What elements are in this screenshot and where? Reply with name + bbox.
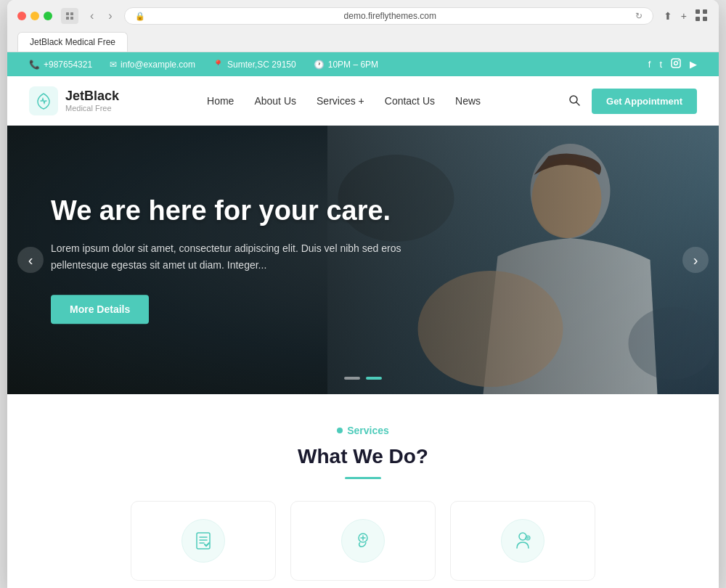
logo-text: JetBlack Medical Free [65, 89, 119, 114]
logo-subtitle: Medical Free [65, 104, 119, 113]
browser-tabs: JetBlack Medical Free [17, 32, 709, 52]
hero-prev-button[interactable]: ‹ [17, 247, 44, 273]
hero-description: Lorem ipsum dolor sit amet, consectetur … [51, 240, 428, 275]
grid-view-button[interactable] [61, 8, 78, 24]
phone-number: +987654321 [44, 60, 92, 70]
hero-dots [344, 377, 382, 380]
svg-rect-7 [703, 17, 707, 21]
services-divider [345, 477, 381, 479]
active-tab[interactable]: JetBlack Medical Free [17, 32, 128, 52]
phone-icon: 📞 [29, 60, 40, 70]
instagram-icon[interactable] [671, 58, 681, 70]
services-label-dot [337, 428, 343, 433]
svg-rect-6 [696, 17, 700, 21]
svg-rect-5 [703, 9, 707, 14]
svg-rect-2 [66, 17, 69, 20]
nav-services[interactable]: Services + [317, 95, 364, 107]
window-controls [17, 12, 52, 20]
top-bar: 📞 +987654321 ✉ info@example.com 📍 Sumter… [7, 52, 719, 76]
hero-dot-1[interactable] [344, 377, 360, 380]
maximize-dot[interactable] [44, 12, 52, 20]
services-title: What We Do? [29, 445, 697, 468]
services-label-text: Services [347, 425, 389, 436]
nav-news[interactable]: News [455, 95, 481, 107]
nav-about[interactable]: About Us [254, 95, 296, 107]
twitter-icon[interactable]: t [659, 59, 662, 70]
hero-title: We are here for your care. [51, 195, 428, 227]
service-card-3[interactable] [450, 501, 595, 581]
hours-item: 🕐 10PM – 6PM [314, 60, 378, 70]
get-appointment-button[interactable]: Get Appointment [592, 89, 697, 114]
more-details-button[interactable]: More Details [51, 295, 149, 324]
location-text: Sumter,SC 29150 [227, 60, 296, 70]
navbar: JetBlack Medical Free Home About Us Serv… [7, 76, 719, 126]
top-bar-left: 📞 +987654321 ✉ info@example.com 📍 Sumter… [29, 60, 378, 70]
svg-point-20 [519, 533, 526, 540]
svg-rect-0 [66, 12, 69, 15]
website-content: 📞 +987654321 ✉ info@example.com 📍 Sumter… [7, 52, 719, 588]
medical-report-icon [182, 519, 225, 563]
logo-area[interactable]: JetBlack Medical Free [29, 86, 119, 115]
svg-point-10 [678, 60, 680, 62]
forward-button[interactable]: › [105, 8, 115, 24]
nav-home[interactable]: Home [207, 95, 234, 107]
email-item: ✉ info@example.com [110, 60, 195, 70]
service-card-2[interactable] [290, 501, 436, 581]
email-icon: ✉ [110, 60, 117, 70]
nav-right: Get Appointment [568, 89, 697, 114]
search-button[interactable] [568, 94, 580, 108]
logo-name: JetBlack [65, 89, 119, 105]
share-button[interactable]: ⬆ [662, 9, 674, 23]
hero-section: We are here for your care. Lorem ipsum d… [7, 126, 719, 394]
nav-contact[interactable]: Contact Us [385, 95, 435, 107]
svg-rect-1 [70, 12, 73, 15]
svg-rect-3 [70, 17, 73, 20]
browser-actions: ⬆ + [662, 8, 709, 25]
minimize-dot[interactable] [30, 12, 39, 20]
logo-icon [29, 86, 58, 115]
nav-links: Home About Us Services + Contact Us News [207, 95, 481, 107]
url-text: demo.fireflythemes.com [151, 11, 629, 21]
email-text: info@example.com [121, 60, 195, 70]
hours-text: 10PM – 6PM [328, 60, 378, 70]
close-dot[interactable] [17, 12, 26, 20]
services-cards [29, 501, 697, 581]
back-button[interactable]: ‹ [87, 8, 97, 24]
svg-point-9 [674, 62, 678, 65]
service-card-1[interactable] [131, 501, 276, 581]
social-links: f t ▶ [648, 58, 697, 70]
hero-dot-2[interactable] [366, 377, 382, 380]
browser-window: ‹ › 🔒 demo.fireflythemes.com ↻ ⬆ + [7, 0, 719, 588]
svg-rect-8 [672, 59, 680, 68]
youtube-icon[interactable]: ▶ [690, 59, 697, 70]
doctor-consult-icon [501, 519, 544, 563]
hero-next-button[interactable]: › [682, 247, 709, 273]
location-icon: 📍 [213, 60, 224, 70]
new-tab-button[interactable]: + [680, 9, 688, 23]
svg-rect-4 [696, 9, 700, 14]
phone-item: 📞 +987654321 [29, 60, 92, 70]
lock-icon: 🔒 [135, 12, 145, 21]
hero-content: We are here for your care. Lorem ipsum d… [51, 195, 428, 324]
extensions-button[interactable] [694, 8, 709, 25]
address-bar[interactable]: 🔒 demo.fireflythemes.com ↻ [124, 7, 653, 25]
prescription-icon [341, 519, 385, 563]
services-section: Services What We Do? [7, 394, 719, 588]
clock-icon: 🕐 [314, 60, 325, 70]
svg-rect-18 [197, 533, 210, 549]
location-item: 📍 Sumter,SC 29150 [213, 60, 296, 70]
facebook-icon[interactable]: f [648, 59, 651, 70]
browser-chrome: ‹ › 🔒 demo.fireflythemes.com ↻ ⬆ + [7, 0, 719, 52]
refresh-icon[interactable]: ↻ [635, 11, 643, 21]
services-label: Services [337, 425, 389, 436]
